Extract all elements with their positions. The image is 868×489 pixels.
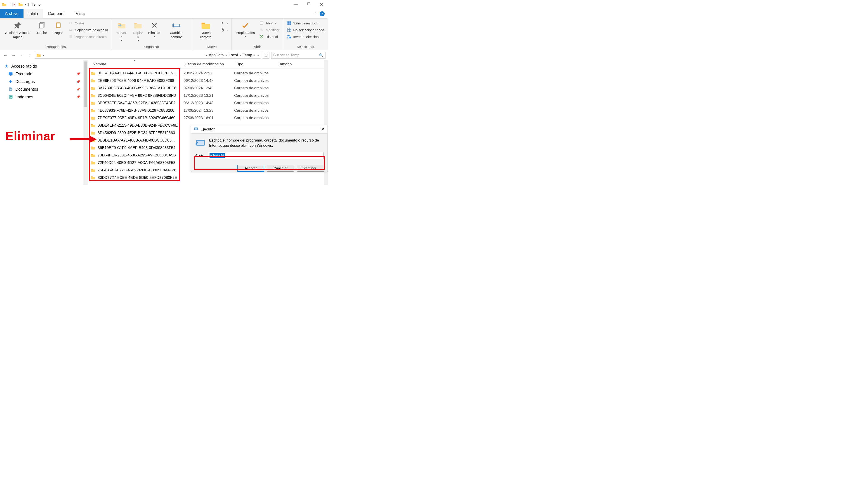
select-none-button[interactable]: No seleccionar nada — [286, 27, 325, 33]
pin-quickaccess-button[interactable]: Anclar al Acceso rápido — [3, 20, 33, 40]
col-name[interactable]: Nombre⌃ — [93, 62, 185, 66]
back-button[interactable]: ← — [2, 52, 8, 58]
table-row[interactable]: 3C06404E-505C-4A8F-99F2-9F8894DD28FD17/1… — [91, 92, 328, 99]
sidebar-item-desktop[interactable]: Escritorio📌 — [0, 70, 88, 78]
table-row[interactable]: 2EE6F293-765E-4096-948F-5AF8E082F28806/1… — [91, 77, 328, 84]
breadcrumb-appdata[interactable]: AppData — [209, 53, 224, 57]
run-close-button[interactable]: ✕ — [321, 127, 325, 132]
address-dropdown[interactable]: ⌄ — [257, 54, 259, 57]
newfolder-icon — [201, 21, 210, 30]
history-button[interactable]: Historial — [258, 34, 280, 39]
col-size[interactable]: Tamaño — [278, 62, 305, 66]
tab-view[interactable]: Vista — [71, 9, 90, 18]
ribbon-tabs: Archivo Inicio Compartir Vista ⌃ ? — [0, 9, 328, 19]
delete-button[interactable]: Eliminar▾ — [147, 20, 161, 39]
chevron-right-icon[interactable]: › — [225, 53, 227, 57]
file-name: 70D64FE6-233E-4536-A295-A9FB0038CA5B — [98, 153, 176, 158]
recent-dropdown[interactable]: ⌄ — [19, 52, 25, 58]
file-date: 17/12/2023 13:21 — [184, 93, 234, 98]
copyto-button[interactable]: Copiar a▾ — [131, 20, 145, 43]
svg-rect-7 — [39, 24, 43, 28]
search-input[interactable]: Buscar en Temp 🔍 — [271, 52, 326, 59]
properties-button[interactable]: Propiedades▾ — [235, 20, 256, 39]
easy-access-button[interactable]: ⦿▾ — [219, 27, 229, 33]
chevron-right-icon[interactable]: › — [206, 53, 207, 57]
navigation-tree[interactable]: Acceso rápido Escritorio📌 Descargas📌 Doc… — [0, 60, 88, 185]
chevron-right-icon[interactable]: › — [43, 53, 44, 57]
run-browse-button[interactable]: Examinar... — [297, 165, 324, 172]
moveto-button[interactable]: Mover a▾ — [115, 20, 129, 43]
tab-home[interactable]: Inicio — [24, 9, 43, 18]
tab-share[interactable]: Compartir — [43, 9, 71, 18]
group-label: Portapapeles — [3, 44, 109, 50]
label: Pegar — [54, 31, 63, 35]
col-date[interactable]: Fecha de modificación — [185, 62, 236, 66]
run-message: Escriba el nombre del programa, carpeta,… — [209, 138, 323, 148]
titlebar-dropdown[interactable]: ▾ — [25, 3, 26, 6]
maximize-button[interactable]: ☐ — [307, 2, 310, 7]
file-type: Carpeta de archivos — [234, 116, 276, 120]
folder-icon — [91, 161, 95, 164]
tab-file[interactable]: Archivo — [0, 9, 24, 18]
table-row[interactable]: 80DD3727-5C5E-4BD5-8D50-5EFD37080F2E — [91, 174, 328, 181]
minimize-button[interactable]: — — [293, 2, 298, 7]
separator: | — [9, 2, 10, 6]
tree-scrollbar[interactable] — [84, 60, 88, 185]
table-row[interactable]: 7DE9E077-95B2-49E4-9F1B-50247C66C46027/0… — [91, 114, 328, 122]
up-button[interactable]: ↑ — [27, 52, 33, 58]
folder-dropdown-icon[interactable] — [18, 2, 23, 7]
star-icon — [4, 64, 9, 69]
file-name: 8EBDE1BA-7A71-468B-A34B-08BCC0D05... — [98, 138, 175, 143]
group-label: Seleccionar — [286, 44, 325, 50]
breadcrumb-local[interactable]: Local — [228, 53, 238, 57]
run-input[interactable]: %temp% ⌄ — [208, 152, 323, 159]
newfolder-button[interactable]: Nueva carpeta — [195, 20, 217, 40]
file-name: 2EE6F293-765E-4096-948F-5AF8E082F288 — [98, 79, 174, 83]
cut-button[interactable]: ✂Cortar — [68, 20, 109, 26]
sidebar-item-downloads[interactable]: Descargas📌 — [0, 78, 88, 86]
run-ok-button[interactable]: Aceptar — [237, 165, 264, 172]
sidebar-item-images[interactable]: Imágenes📌 — [0, 93, 88, 101]
refresh-button[interactable] — [263, 52, 270, 59]
checkbox-icon[interactable] — [12, 2, 17, 7]
run-cancel-button[interactable]: Cancelar — [267, 165, 294, 172]
breadcrumb-temp[interactable]: Temp — [243, 53, 252, 57]
file-name: 3A7739F2-85C3-4C0B-895C-B6A1A1913EE8 — [98, 86, 176, 90]
invert-selection-button[interactable]: Invertir selección — [286, 34, 325, 39]
file-name: 08DE4EF4-2113-49D0-B80B-924FFBCCCF9E — [98, 123, 178, 128]
edit-icon: ✎ — [259, 28, 264, 32]
rename-button[interactable]: Cambiar nombre — [164, 20, 189, 40]
address-bar[interactable]: › › AppData › Local › Temp › ⌄ — [35, 52, 261, 59]
sidebar-item-quickaccess[interactable]: Acceso rápido — [0, 62, 88, 70]
select-all-button[interactable]: Seleccionar todo — [286, 20, 325, 26]
folder-icon — [91, 109, 95, 112]
paste-button[interactable]: Pegar — [51, 20, 65, 36]
new-item-button[interactable]: ✦▾ — [219, 20, 229, 26]
copy-path-button[interactable]: Copiar ruta de acceso — [68, 27, 109, 33]
paste-shortcut-button[interactable]: Pegar acceso directo — [68, 34, 109, 39]
table-row[interactable]: 4E087933-F76B-42FB-88A9-01297C88B20017/0… — [91, 107, 328, 114]
help-icon[interactable]: ? — [320, 11, 324, 16]
col-type[interactable]: Tipo — [236, 62, 278, 66]
chevron-right-icon[interactable]: › — [254, 53, 255, 57]
run-titlebar[interactable]: Ejecutar ✕ — [191, 125, 328, 133]
sidebar-item-documents[interactable]: Documentos📌 — [0, 86, 88, 93]
easyaccess-icon: ⦿ — [220, 28, 224, 32]
close-button[interactable]: ✕ — [319, 2, 323, 7]
documents-icon — [8, 87, 13, 92]
open-icon — [259, 21, 264, 25]
annotation-arrow-icon — [70, 135, 97, 143]
table-row[interactable]: 3DB578EF-5A4F-486B-92FA-1438535E4BE206/1… — [91, 99, 328, 107]
copy-button[interactable]: Copiar — [35, 20, 49, 36]
svg-rect-16 — [287, 22, 289, 23]
open-button[interactable]: Abrir▾ — [258, 20, 280, 26]
forward-button[interactable]: → — [10, 52, 17, 58]
table-row[interactable]: 0CC4E0A4-6EFB-4431-AE68-6F7CD17BC9...20/… — [91, 69, 328, 77]
collapse-ribbon-icon[interactable]: ⌃ — [313, 11, 316, 16]
table-row[interactable]: 3A7739F2-85C3-4C0B-895C-B6A1A1913EE807/0… — [91, 84, 328, 92]
chevron-right-icon[interactable]: › — [240, 53, 241, 57]
svg-rect-5 — [13, 3, 16, 6]
copy-icon — [37, 21, 46, 30]
edit-button[interactable]: ✎Modificar — [258, 27, 280, 33]
combo-dropdown-icon[interactable]: ⌄ — [320, 154, 322, 157]
